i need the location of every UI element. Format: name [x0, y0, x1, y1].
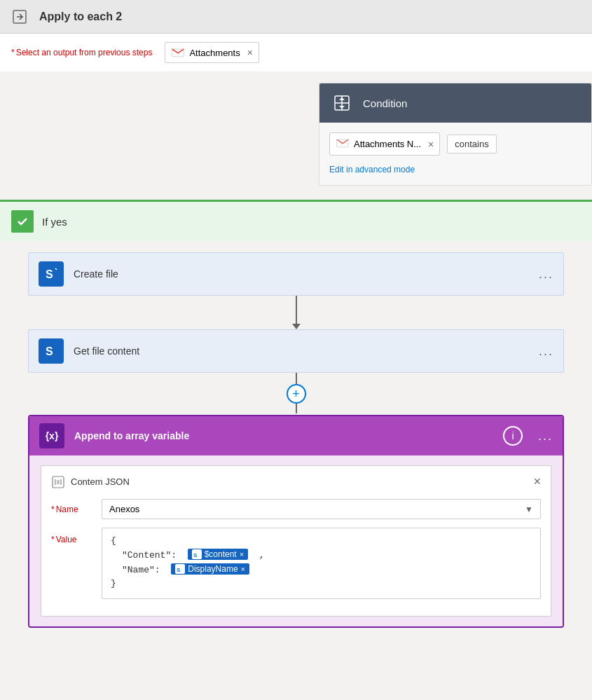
name-label: *Name: [51, 505, 93, 514]
tag-text: Attachments: [189, 48, 240, 58]
actions-container: S Create file ... S Get file content ...…: [0, 241, 592, 639]
dropdown-arrow-icon: ▼: [525, 505, 533, 514]
get-file-content-title: Get file content: [74, 345, 529, 357]
name-form-row: *Name Anexos ▼: [51, 499, 541, 519]
value-line-3: "Name": S DisplayName ×: [122, 563, 532, 575]
svg-marker-7: [339, 106, 345, 109]
value-line-1: {: [111, 535, 532, 546]
contem-title-row: Contem JSON: [51, 475, 130, 489]
create-file-menu-icon[interactable]: ...: [539, 267, 553, 282]
content-tag[interactable]: S $content ×: [188, 549, 248, 560]
advanced-mode-link[interactable]: Edit in advanced mode: [329, 165, 415, 174]
append-body: Contem JSON × *Name Anexos ▼: [29, 455, 563, 626]
line-top: [296, 373, 297, 384]
displayname-tag-close-icon[interactable]: ×: [241, 565, 245, 573]
sharepoint-tag-icon: S: [192, 549, 202, 559]
check-icon: [11, 210, 34, 233]
condition-area: Condition Attachments N... × contains: [0, 83, 592, 186]
condition-title: Condition: [363, 97, 407, 109]
header-title: Apply to each 2: [39, 11, 122, 23]
select-output-label: *Select an output from previous steps: [11, 42, 153, 57]
condition-operator[interactable]: contains: [447, 135, 496, 153]
sharepoint-tag-icon-2: S: [175, 564, 185, 574]
array-variable-icon: {x}: [39, 423, 64, 448]
attachments-tag[interactable]: Attachments ×: [165, 42, 259, 63]
value-line-2: "Content": S $content × ,: [122, 549, 532, 561]
connector-plus: +: [287, 373, 306, 415]
condition-row: Attachments N... × contains: [329, 132, 581, 156]
displayname-tag[interactable]: S DisplayName ×: [171, 563, 249, 575]
gmail-icon-condition: [336, 136, 350, 152]
contem-json-block: Contem JSON × *Name Anexos ▼: [41, 465, 551, 617]
append-header: {x} Append to array variable i ...: [29, 416, 563, 455]
line-bottom: [296, 404, 297, 413]
svg-text:S: S: [46, 268, 53, 280]
loop-icon: [8, 6, 31, 28]
value-label: *Value: [51, 528, 93, 544]
append-array-block: {x} Append to array variable i ...: [28, 415, 564, 628]
svg-text:S: S: [46, 345, 53, 357]
tag-close-icon[interactable]: ×: [247, 47, 253, 58]
condition-body: Attachments N... × contains Edit in adva…: [319, 123, 591, 185]
condition-icon: [329, 90, 354, 116]
content-tag-close-icon[interactable]: ×: [240, 550, 244, 558]
sharepoint-icon-create: S: [39, 261, 64, 287]
append-menu-icon[interactable]: ...: [538, 429, 553, 444]
create-file-title: Create file: [74, 268, 529, 280]
get-file-content-menu-icon[interactable]: ...: [539, 344, 553, 359]
contem-json-icon: [51, 475, 65, 489]
append-title: Append to array variable: [74, 430, 493, 441]
condition-header: Condition: [319, 83, 591, 123]
name-dropdown[interactable]: Anexos ▼: [102, 499, 541, 519]
if-yes-section: If yes: [0, 200, 592, 241]
condition-block: Condition Attachments N... × contains: [319, 83, 592, 186]
sharepoint-icon-get: S: [39, 338, 64, 364]
value-editor[interactable]: { "Content": S $content × ,: [102, 528, 541, 599]
info-icon[interactable]: i: [503, 426, 523, 446]
connector-arrow-1: [292, 296, 301, 329]
svg-rect-8: [336, 136, 350, 150]
get-file-content-block: S Get file content ...: [28, 329, 564, 373]
contem-json-close-icon[interactable]: ×: [533, 474, 541, 489]
arrow-head: [292, 324, 301, 329]
svg-text:S: S: [177, 567, 181, 572]
condition-tag[interactable]: Attachments N... ×: [329, 132, 440, 156]
condition-tag-close-icon[interactable]: ×: [428, 139, 434, 150]
contem-json-header: Contem JSON ×: [51, 474, 541, 489]
gmail-icon: [171, 46, 185, 60]
if-yes-label: If yes: [42, 216, 67, 228]
connector-line: [296, 296, 297, 324]
create-file-block: S Create file ...: [28, 252, 564, 296]
contem-json-title: Contem JSON: [71, 476, 130, 487]
header: Apply to each 2: [0, 0, 592, 34]
value-form-row: *Value { "Content": S $content ×: [51, 528, 541, 599]
value-line-4: }: [111, 578, 532, 589]
svg-text:S: S: [193, 552, 198, 558]
select-output-row: *Select an output from previous steps At…: [0, 34, 592, 71]
condition-tag-text: Attachments N...: [354, 139, 421, 149]
svg-rect-1: [171, 46, 185, 60]
svg-marker-6: [339, 97, 345, 100]
name-value: Anexos: [109, 504, 139, 514]
add-step-button[interactable]: +: [287, 384, 306, 404]
